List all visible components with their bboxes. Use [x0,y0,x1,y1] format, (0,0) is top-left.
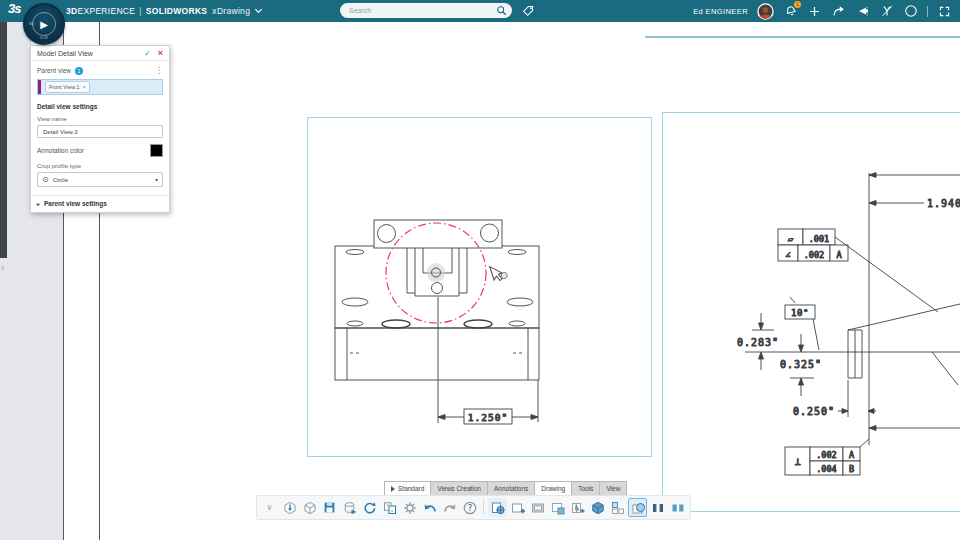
kebab-menu-icon[interactable]: ⋮ [155,66,163,75]
front-view[interactable]: 1.250" [307,117,652,457]
projected-view-icon[interactable] [528,498,547,517]
chip-label: Front View.1 [49,84,79,90]
dim-a-text[interactable]: 0.283" [737,337,779,348]
export-model-icon[interactable] [300,498,319,517]
search-box[interactable] [340,3,512,18]
detail-view-settings-header: Detail view settings [31,103,169,110]
toolbar-separator [483,500,484,515]
search-icon[interactable] [495,4,508,17]
3ds-logo-icon: 3s [8,1,20,16]
refresh-icon[interactable] [360,498,379,517]
help-toolbar-icon[interactable]: ? [460,498,479,517]
tag-icon[interactable] [521,4,535,22]
settings-icon[interactable] [400,498,419,517]
side-view[interactable]: 1.940 ▱ .001 ∠ .002 A 10° 0.283" [662,112,960,512]
update-views-icon[interactable] [488,498,507,517]
isometric-view-icon[interactable] [588,498,607,517]
add-icon[interactable] [807,4,822,19]
dim-b-text[interactable]: 0.325" [780,359,822,370]
notification-bell-icon[interactable]: 1 [783,4,798,19]
view-name-field[interactable] [37,125,163,138]
tab-label: Standard [398,485,424,492]
parent-view-settings-toggle[interactable]: ▸ Parent view settings [31,195,169,210]
crop-profile-value: Circle [53,177,68,183]
brand-3d: 3D [66,6,77,16]
chip-remove-icon[interactable]: × [82,84,86,90]
avatar[interactable] [757,3,774,20]
fcf-datum: A [836,250,841,260]
selection-accent-bar [38,80,41,94]
upper-view-border-line [645,36,960,38]
import-model-icon[interactable] [280,498,299,517]
panel-body: Model Detail View ✓ × Parent view 1 ⋮ Fr… [30,45,170,213]
fcf-parallelism-symbol: ▱ [788,234,794,244]
crop-profile-label: Crop profile type [31,163,169,169]
circle-option-icon: ⊙ [42,175,49,184]
tab-label: Drawing [541,485,565,492]
annotation-view-icon[interactable] [568,498,587,517]
section-view-icon[interactable] [648,498,667,517]
tab-tools[interactable]: Tools [571,481,599,496]
dropdown-chevron-icon: ▾ [155,176,158,183]
fullscreen-icon[interactable] [937,4,952,19]
tab-label: View [606,485,620,492]
top-bar: 3s 3DEXPERIENCE | SOLIDWORKS xDrawing Ed… [0,0,960,22]
broken-out-section-icon[interactable] [668,498,687,517]
side-view-dimensions[interactable]: 1.940 ▱ .001 ∠ .002 A 10° 0.283" [737,173,960,476]
brand-experience: EXPERIENCE [77,6,135,16]
user-name[interactable]: Ed ENGINEER [693,7,748,16]
parent-view-selection-field[interactable]: Front View.1 × [37,79,163,95]
tab-label: Tools [578,485,593,492]
svg-text:?: ? [908,8,912,16]
app-title[interactable]: 3DEXPERIENCE | SOLIDWORKS xDrawing [66,0,263,22]
confirm-icon[interactable]: ✓ [144,49,151,58]
projection-layout-icon[interactable] [608,498,627,517]
3dexperience-compass[interactable]: ▶ 3D V+R [23,3,65,45]
fcf-value: .002 [816,450,836,460]
app-window: 3s 3DEXPERIENCE | SOLIDWORKS xDrawing Ed… [0,0,960,540]
tab-view[interactable]: View [599,481,627,496]
chevron-down-icon[interactable] [254,7,263,15]
tools-icon[interactable] [879,4,894,19]
undo-icon[interactable] [420,498,439,517]
action-toolbar: ∨ ? [256,495,691,520]
view-name-input[interactable] [41,128,162,136]
search-input[interactable] [340,7,495,14]
new-view-icon[interactable] [508,498,527,517]
annotation-color-swatch[interactable] [150,144,163,157]
save-icon[interactable] [320,498,339,517]
save-to-database-icon[interactable] [340,498,359,517]
share-icon[interactable] [855,4,870,19]
dim-width-text[interactable]: 1.250" [468,412,508,423]
parent-view-label: Parent view [37,67,71,74]
dim-angle-text[interactable]: 10° [791,308,809,318]
tab-standard[interactable]: Standard [384,481,430,496]
notification-count-badge: 1 [794,1,801,8]
dim-height-text[interactable]: 1.940 [927,198,960,209]
panel-title: Model Detail View [37,50,144,57]
exchange-data-icon[interactable] [380,498,399,517]
detail-view-tool-icon[interactable] [628,498,647,517]
left-collapsed-panel-rail[interactable] [0,22,7,258]
toolbar-collapse-icon[interactable]: ∨ [260,498,279,517]
forward-share-icon[interactable] [831,4,846,19]
crop-profile-dropdown[interactable]: ⊙ Circle ▾ [37,172,163,187]
redo-icon[interactable] [440,498,459,517]
parent-view-settings-label: Parent view settings [44,200,107,207]
tab-views-creation[interactable]: Views Creation [430,481,487,496]
left-panel-expander[interactable]: › [1,262,4,273]
mouse-cursor [490,262,508,282]
help-icon[interactable]: ? [903,4,918,19]
annotation-color-label: Annotation color [37,147,84,154]
brand-app-name: xDrawing [212,6,250,16]
save-view-icon[interactable] [548,498,567,517]
front-view-dimension[interactable]: 1.250" [438,297,538,424]
view-name-label: View name [31,116,169,122]
parent-view-count-badge: 1 [75,67,83,75]
tab-annotations[interactable]: Annotations [487,481,534,496]
cancel-icon[interactable]: × [158,48,163,58]
dim-c-text[interactable]: 0.250" [793,406,835,417]
front-view-border[interactable] [308,118,652,457]
tab-drawing[interactable]: Drawing [534,481,571,496]
parent-view-chip[interactable]: Front View.1 × [45,81,90,93]
